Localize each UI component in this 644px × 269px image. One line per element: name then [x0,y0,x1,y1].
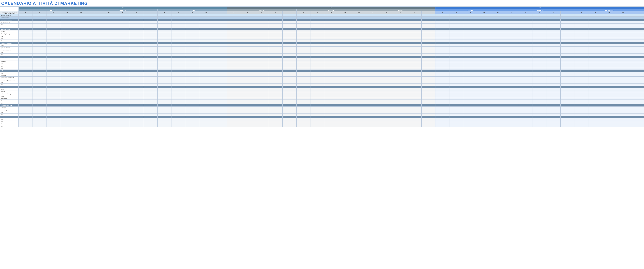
activity-cell[interactable] [630,49,644,51]
activity-cell[interactable] [394,23,408,26]
activity-cell[interactable] [46,30,60,33]
activity-cell[interactable] [199,23,213,26]
activity-cell[interactable] [436,111,449,113]
activity-cell[interactable] [422,83,436,86]
activity-cell[interactable] [74,72,88,74]
activity-cell[interactable] [505,40,519,42]
activity-cell[interactable] [616,49,630,51]
activity-cell[interactable] [130,107,144,109]
activity-cell[interactable] [422,125,436,127]
activity-cell[interactable] [282,21,296,23]
goal-cell[interactable] [32,14,46,17]
activity-cell[interactable] [630,100,644,102]
activity-cell[interactable] [88,118,102,120]
activity-cell[interactable] [394,33,408,35]
activity-cell[interactable] [310,125,324,127]
activity-cell[interactable] [588,40,602,42]
activity-cell[interactable] [227,58,241,60]
activity-cell[interactable] [241,102,255,104]
activity-cell[interactable] [477,81,491,83]
activity-cell[interactable] [630,88,644,90]
activity-cell[interactable] [533,81,546,83]
activity-cell[interactable] [199,120,213,123]
activity-cell[interactable] [436,44,449,47]
activity-cell[interactable] [436,26,449,28]
activity-cell[interactable] [436,113,449,116]
activity-cell[interactable] [144,90,158,93]
activity-cell[interactable] [436,60,449,63]
activity-cell[interactable] [144,30,158,33]
activity-cell[interactable] [477,53,491,56]
activity-cell[interactable] [546,88,560,90]
activity-cell[interactable] [533,90,546,93]
activity-cell[interactable] [546,100,560,102]
effective-cell[interactable] [616,17,630,19]
activity-cell[interactable] [519,63,533,65]
activity-cell[interactable] [546,123,560,125]
activity-cell[interactable] [436,53,449,56]
activity-cell[interactable] [310,44,324,47]
activity-cell[interactable] [491,83,505,86]
activity-cell[interactable] [46,60,60,63]
activity-cell[interactable] [130,37,144,40]
activity-cell[interactable] [574,107,588,109]
activity-cell[interactable] [269,65,282,67]
activity-cell[interactable] [241,88,255,90]
activity-cell[interactable] [158,100,171,102]
activity-cell[interactable] [449,51,463,53]
activity-cell[interactable] [46,118,60,120]
activity-cell[interactable] [380,21,394,23]
activity-cell[interactable] [491,90,505,93]
activity-cell[interactable] [546,77,560,79]
activity-cell[interactable] [185,125,199,127]
activity-cell[interactable] [46,72,60,74]
activity-cell[interactable] [491,40,505,42]
activity-cell[interactable] [324,33,338,35]
activity-cell[interactable] [380,123,394,125]
activity-cell[interactable] [46,44,60,47]
activity-cell[interactable] [352,111,366,113]
activity-cell[interactable] [505,102,519,104]
activity-cell[interactable] [227,60,241,63]
activity-cell[interactable] [505,100,519,102]
activity-cell[interactable] [310,60,324,63]
activity-cell[interactable] [185,88,199,90]
activity-cell[interactable] [158,90,171,93]
activity-cell[interactable] [172,83,185,86]
goal-cell[interactable] [296,14,310,17]
activity-cell[interactable] [241,79,255,81]
goal-cell[interactable] [338,14,352,17]
activity-cell[interactable] [338,65,352,67]
activity-cell[interactable] [449,95,463,97]
activity-cell[interactable] [144,37,158,40]
activity-cell[interactable] [227,26,241,28]
activity-cell[interactable] [102,49,116,51]
activity-cell[interactable] [310,113,324,116]
activity-cell[interactable] [352,83,366,86]
activity-cell[interactable] [172,97,185,100]
activity-cell[interactable] [505,120,519,123]
activity-cell[interactable] [422,97,436,100]
activity-cell[interactable] [144,97,158,100]
activity-cell[interactable] [324,93,338,95]
activity-cell[interactable] [213,107,227,109]
activity-cell[interactable] [296,51,310,53]
activity-cell[interactable] [46,123,60,125]
activity-cell[interactable] [380,35,394,37]
effective-cell[interactable] [158,17,171,19]
activity-cell[interactable] [449,58,463,60]
goal-cell[interactable] [46,14,60,17]
activity-cell[interactable] [436,49,449,51]
activity-cell[interactable] [185,58,199,60]
activity-cell[interactable] [380,111,394,113]
activity-cell[interactable] [380,33,394,35]
activity-cell[interactable] [74,40,88,42]
activity-cell[interactable] [602,125,616,127]
activity-cell[interactable] [463,97,477,100]
activity-cell[interactable] [366,51,380,53]
activity-cell[interactable] [116,44,130,47]
activity-cell[interactable] [324,90,338,93]
activity-cell[interactable] [630,77,644,79]
activity-cell[interactable] [74,74,88,77]
goal-cell[interactable] [199,14,213,17]
